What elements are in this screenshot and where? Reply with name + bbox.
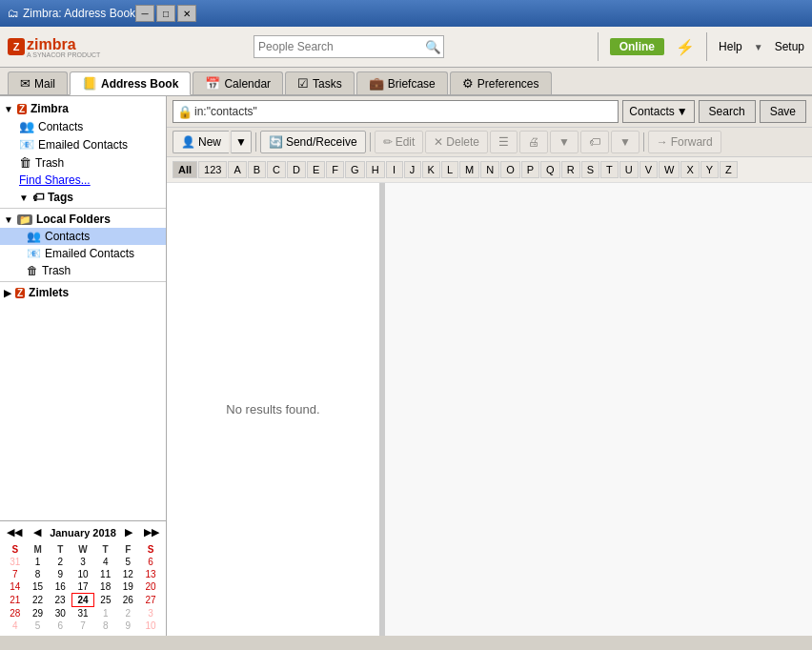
maximize-button[interactable]: □ [156, 5, 175, 22]
zimlets-header[interactable]: ▶ Z Zimlets [0, 284, 166, 301]
alpha-n[interactable]: N [480, 161, 499, 178]
calendar-day[interactable]: 1 [94, 607, 117, 620]
cal-last-button[interactable]: ▶▶ [141, 525, 162, 539]
alpha-o[interactable]: O [500, 161, 520, 178]
alpha-all[interactable]: All [173, 161, 197, 178]
alpha-w[interactable]: W [659, 161, 680, 178]
contacts-scope-dropdown[interactable]: Contacts ▼ [622, 100, 694, 123]
print-button[interactable]: 🖨 [519, 131, 548, 153]
sidebar-item-lf-trash[interactable]: 🗑 Trash [0, 262, 166, 279]
sidebar-item-emailed-contacts[interactable]: 📧 Emailed Contacts [0, 135, 166, 153]
calendar-day[interactable]: 27 [139, 594, 162, 607]
alpha-a[interactable]: A [228, 161, 246, 178]
calendar-day[interactable]: 28 [4, 607, 27, 620]
tab-briefcase[interactable]: 💼 Briefcase [356, 71, 448, 94]
alpha-g[interactable]: G [345, 161, 365, 178]
calendar-day[interactable]: 5 [27, 620, 50, 632]
calendar-day[interactable]: 8 [27, 568, 50, 580]
cal-first-button[interactable]: ◀◀ [4, 525, 25, 539]
calendar-day[interactable]: 24 [71, 594, 94, 607]
calendar-day[interactable]: 13 [139, 568, 162, 580]
tag-button[interactable]: 🏷 [580, 131, 609, 153]
calendar-day[interactable]: 16 [49, 580, 71, 594]
calendar-day[interactable]: 6 [139, 556, 162, 568]
alpha-m[interactable]: M [459, 161, 479, 178]
alpha-t[interactable]: T [600, 161, 619, 178]
calendar-day[interactable]: 26 [117, 594, 140, 607]
alpha-j[interactable]: J [404, 161, 421, 178]
local-folders-header[interactable]: ▼ 📁 Local Folders [0, 211, 166, 228]
setup-button[interactable]: Setup [775, 40, 804, 53]
calendar-day[interactable]: 17 [71, 580, 94, 594]
calendar-day[interactable]: 2 [49, 556, 71, 568]
alpha-c[interactable]: C [267, 161, 286, 178]
tab-address-book[interactable]: 📒 Address Book [70, 71, 191, 95]
calendar-day[interactable]: 8 [94, 620, 117, 632]
alpha-b[interactable]: B [248, 161, 266, 178]
calendar-day[interactable]: 4 [4, 620, 27, 632]
calendar-day[interactable]: 10 [71, 568, 94, 580]
tab-calendar[interactable]: 📅 Calendar [193, 71, 283, 94]
find-shares-link[interactable]: Find Shares... [0, 172, 166, 189]
send-receive-button[interactable]: 🔄 Send/Receive [260, 131, 366, 153]
delete-button[interactable]: ✕ Delete [425, 131, 488, 153]
save-button[interactable]: Save [760, 100, 806, 123]
alpha-l[interactable]: L [441, 161, 458, 178]
cal-prev-button[interactable]: ◀ [30, 525, 44, 539]
alpha-s[interactable]: S [581, 161, 599, 178]
tags-header[interactable]: ▼ 🏷 Tags [0, 189, 166, 206]
tag-dropdown[interactable]: ▼ [611, 131, 639, 153]
forward-button[interactable]: → Forward [648, 131, 721, 153]
calendar-day[interactable]: 9 [117, 620, 140, 632]
tab-mail[interactable]: ✉ Mail [8, 71, 68, 94]
people-search-input[interactable] [254, 38, 422, 55]
alpha-x[interactable]: X [680, 161, 699, 178]
calendar-day[interactable]: 18 [94, 580, 117, 594]
calendar-day[interactable]: 12 [117, 568, 140, 580]
alpha-r[interactable]: R [561, 161, 580, 178]
calendar-day[interactable]: 19 [117, 580, 140, 594]
calendar-day[interactable]: 3 [139, 607, 162, 620]
calendar-day[interactable]: 10 [139, 620, 162, 632]
alpha-y[interactable]: Y [700, 161, 719, 178]
print-dropdown[interactable]: ▼ [550, 131, 579, 153]
zimbra-section-header[interactable]: ▼ Z Zimbra [0, 100, 166, 117]
sidebar-item-contacts[interactable]: 👥 Contacts [0, 117, 166, 135]
calendar-day[interactable]: 7 [4, 568, 27, 580]
new-dropdown-button[interactable]: ▼ [231, 131, 252, 153]
calendar-day[interactable]: 7 [71, 620, 94, 632]
calendar-day[interactable]: 30 [49, 607, 71, 620]
alpha-123[interactable]: 123 [198, 161, 227, 178]
calendar-day[interactable]: 1 [27, 556, 50, 568]
alpha-v[interactable]: V [639, 161, 658, 178]
sidebar-item-lf-emailed[interactable]: 📧 Emailed Contacts [0, 245, 166, 262]
calendar-day[interactable]: 22 [27, 594, 50, 607]
alpha-k[interactable]: K [422, 161, 440, 178]
close-button[interactable]: ✕ [177, 5, 196, 22]
more-button[interactable]: ☰ [490, 131, 518, 153]
alpha-u[interactable]: U [619, 161, 639, 178]
calendar-day[interactable]: 25 [94, 594, 117, 607]
search-button[interactable]: Search [699, 100, 756, 123]
calendar-day[interactable]: 31 [4, 556, 27, 568]
alpha-p[interactable]: P [521, 161, 539, 178]
calendar-day[interactable]: 14 [4, 580, 27, 594]
calendar-day[interactable]: 11 [94, 568, 117, 580]
search-input[interactable] [194, 105, 614, 118]
alpha-d[interactable]: D [287, 161, 306, 178]
calendar-day[interactable]: 2 [117, 607, 140, 620]
calendar-day[interactable]: 23 [49, 594, 71, 607]
calendar-day[interactable]: 15 [27, 580, 50, 594]
alpha-f[interactable]: F [326, 161, 344, 178]
tab-preferences[interactable]: ⚙ Preferences [450, 71, 552, 94]
people-search-button[interactable]: 🔍 [422, 36, 443, 57]
edit-button[interactable]: ✏ Edit [375, 131, 424, 153]
sidebar-item-trash[interactable]: 🗑 Trash [0, 153, 166, 172]
calendar-day[interactable]: 20 [139, 580, 162, 594]
alpha-e[interactable]: E [307, 161, 325, 178]
calendar-day[interactable]: 9 [49, 568, 71, 580]
sidebar-item-lf-contacts[interactable]: 👥 Contacts [0, 228, 166, 245]
minimize-button[interactable]: ─ [135, 5, 154, 22]
calendar-day[interactable]: 3 [71, 556, 94, 568]
calendar-day[interactable]: 31 [71, 607, 94, 620]
